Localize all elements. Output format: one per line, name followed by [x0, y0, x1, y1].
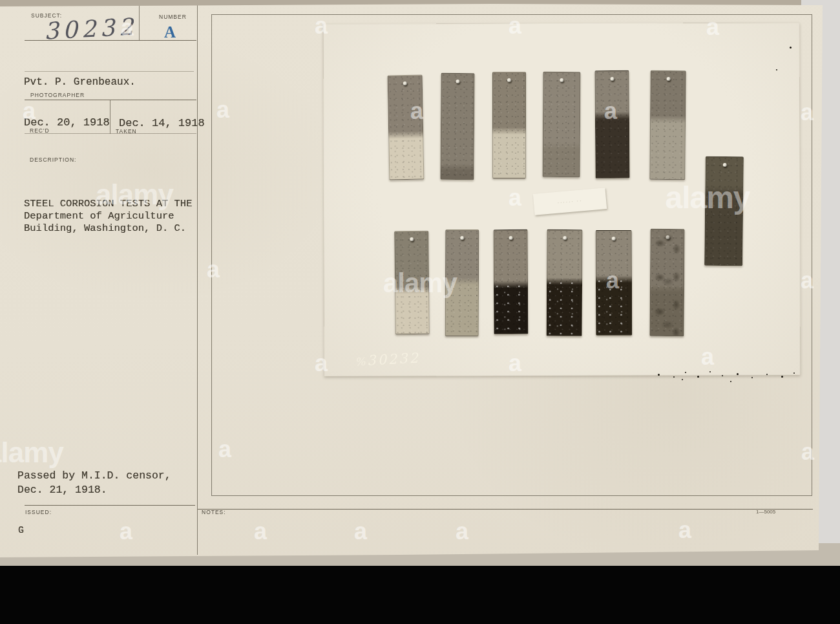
ink-speck [697, 376, 699, 378]
ink-speck [709, 371, 711, 372]
ink-speck [793, 372, 795, 374]
photo-record-card: SUBJECT: 30232 NUMBER A Pvt. P. Grenbeau… [0, 0, 840, 566]
ink-speck [737, 373, 739, 375]
ink-speck [658, 374, 660, 376]
alamy-footer-bar: alamy Image ID: 2RCB11C www.alamy.com [0, 566, 840, 624]
ink-speck [722, 375, 723, 376]
ink-speck-layer [0, 0, 840, 566]
ink-speck [766, 374, 768, 375]
ink-speck [685, 372, 686, 373]
ink-speck [673, 376, 675, 378]
ink-speck [781, 376, 783, 378]
ink-speck [790, 47, 792, 48]
ink-speck [776, 69, 777, 70]
ink-speck [730, 381, 731, 382]
ink-speck [682, 379, 683, 380]
screenshot-root: SUBJECT: 30232 NUMBER A Pvt. P. Grenbeau… [0, 0, 840, 624]
ink-speck [751, 377, 753, 378]
